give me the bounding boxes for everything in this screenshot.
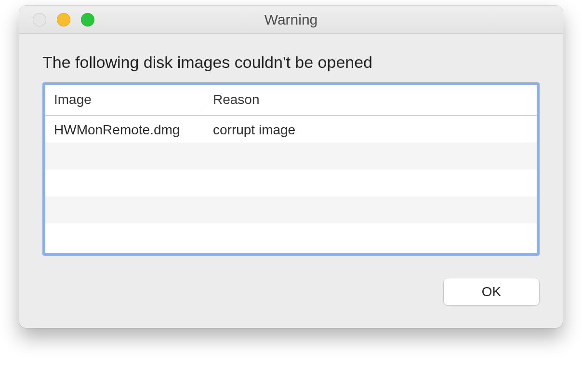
button-row: OK xyxy=(42,256,540,313)
empty-cell xyxy=(45,170,204,196)
column-header-image[interactable]: Image xyxy=(45,85,204,116)
zoom-icon[interactable] xyxy=(81,13,94,26)
cell-image[interactable]: HWMonRemote.dmg xyxy=(45,116,204,143)
close-icon[interactable] xyxy=(33,13,46,26)
empty-cell xyxy=(204,170,537,196)
dialog-content: The following disk images couldn't be op… xyxy=(19,34,563,328)
warning-dialog: Warning The following disk images couldn… xyxy=(19,6,563,328)
minimize-icon[interactable] xyxy=(57,13,70,26)
empty-cell xyxy=(204,196,537,223)
column-header-reason[interactable]: Reason xyxy=(204,85,537,116)
titlebar: Warning xyxy=(19,6,563,34)
window-title: Warning xyxy=(19,12,563,28)
empty-cell xyxy=(204,143,537,170)
empty-cell xyxy=(204,223,537,250)
empty-cell xyxy=(45,143,204,170)
dialog-message: The following disk images couldn't be op… xyxy=(42,53,540,72)
empty-cell xyxy=(45,196,204,223)
error-table[interactable]: ImageReasonHWMonRemote.dmgcorrupt image xyxy=(42,82,540,256)
cell-reason[interactable]: corrupt image xyxy=(204,116,537,143)
ok-button[interactable]: OK xyxy=(443,278,540,306)
empty-cell xyxy=(45,223,204,250)
traffic-lights xyxy=(19,13,94,26)
